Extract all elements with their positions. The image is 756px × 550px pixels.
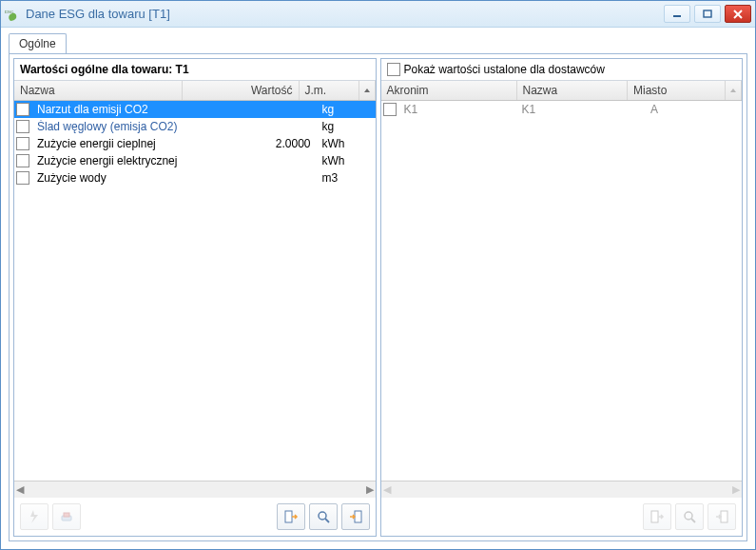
svg-rect-6	[64, 513, 69, 517]
svg-rect-7	[285, 511, 292, 522]
left-grid-body: Narzut dla emisji CO2 kg Ślad węglowy (e…	[14, 101, 376, 481]
lightning-button[interactable]	[20, 503, 48, 530]
close-button[interactable]	[725, 5, 751, 23]
minimize-button[interactable]	[664, 5, 690, 23]
erase-button[interactable]	[52, 503, 81, 530]
search-button-r[interactable]	[675, 503, 704, 530]
right-panel-header: Pokaż wartości ustalone dla dostawców	[381, 59, 743, 81]
cell-city: A	[645, 103, 742, 116]
show-supplier-values-label: Pokaż wartości ustalone dla dostawców	[404, 63, 605, 76]
cell-name: Narzut dla emisji CO2	[31, 103, 201, 116]
app-icon: ESG	[5, 7, 20, 22]
scroll-up-icon[interactable]	[726, 81, 742, 100]
import-button-r[interactable]	[643, 503, 671, 530]
svg-point-8	[319, 512, 326, 520]
app-window: ESG Dane ESG dla towaru [T1] Ogólne Wart…	[0, 0, 756, 550]
col-header-value[interactable]: Wartość	[183, 81, 300, 100]
cell-unit: m3	[317, 171, 376, 185]
cell-acronym: K1	[398, 103, 516, 116]
cell-name: Zużycie energii elektrycznej	[31, 154, 201, 167]
table-row[interactable]: Zużycie energii elektrycznej kWh	[14, 152, 376, 169]
scroll-up-icon[interactable]	[359, 81, 376, 100]
cell-unit: kWh	[317, 154, 376, 167]
svg-point-12	[685, 512, 692, 520]
col-header-acronym[interactable]: Akronim	[381, 81, 517, 100]
left-panel: Wartości ogólne dla towaru: T1 Nazwa War…	[13, 58, 377, 537]
scroll-left-icon[interactable]: ◀	[383, 484, 391, 495]
svg-line-9	[325, 519, 329, 522]
import-button[interactable]	[277, 503, 305, 530]
titlebar-buttons	[664, 5, 751, 23]
scroll-right-icon[interactable]: ▶	[366, 484, 374, 495]
cell-unit: kg	[317, 103, 376, 116]
scroll-right-icon[interactable]: ▶	[732, 484, 740, 495]
window-title: Dane ESG dla towaru [T1]	[24, 7, 664, 21]
scroll-left-icon[interactable]: ◀	[16, 484, 24, 495]
right-hscroll[interactable]: ◀ ▶	[381, 481, 743, 498]
checkbox[interactable]	[16, 171, 29, 185]
export-button-r[interactable]	[708, 503, 736, 530]
cell-value: 2.0000	[201, 137, 317, 150]
export-button[interactable]	[341, 503, 370, 530]
svg-rect-11	[651, 511, 658, 522]
titlebar: ESG Dane ESG dla towaru [T1]	[1, 1, 755, 28]
checkbox[interactable]	[383, 103, 397, 116]
left-grid-header: Nazwa Wartość J.m.	[14, 81, 376, 101]
table-row[interactable]: Zużycie energii cieplnej 2.0000 kWh	[14, 135, 376, 152]
table-row[interactable]: Ślad węglowy (emisja CO2) kg	[14, 118, 376, 135]
left-hscroll[interactable]: ◀ ▶	[14, 481, 376, 498]
cell-unit: kWh	[317, 137, 376, 150]
tab-strip: Ogólne	[1, 28, 755, 53]
cell-unit: kg	[317, 120, 376, 133]
cell-name: Ślad węglowy (emisja CO2)	[31, 120, 201, 133]
tab-general[interactable]: Ogólne	[9, 33, 67, 53]
left-toolbar	[14, 498, 376, 536]
col-header-unit[interactable]: J.m.	[300, 81, 359, 100]
cell-name: Zużycie energii cieplnej	[31, 137, 201, 150]
right-panel: Pokaż wartości ustalone dla dostawców Ak…	[380, 58, 744, 537]
right-toolbar	[381, 498, 743, 536]
table-row[interactable]: K1 K1 A	[381, 101, 743, 118]
svg-line-13	[691, 519, 695, 522]
cell-name: Zużycie wody	[31, 171, 201, 185]
col-header-name[interactable]: Nazwa	[14, 81, 183, 100]
maximize-button[interactable]	[694, 5, 721, 23]
svg-rect-2	[704, 10, 711, 17]
cell-name-r: K1	[516, 103, 646, 116]
content-area: Wartości ogólne dla towaru: T1 Nazwa War…	[9, 53, 747, 541]
col-header-city[interactable]: Miasto	[628, 81, 726, 100]
checkbox[interactable]	[16, 137, 29, 150]
left-panel-header: Wartości ogólne dla towaru: T1	[14, 59, 376, 81]
checkbox[interactable]	[16, 103, 29, 116]
checkbox[interactable]	[16, 120, 29, 133]
col-header-name-r[interactable]: Nazwa	[517, 81, 629, 100]
show-supplier-values-checkbox[interactable]	[387, 63, 400, 76]
search-button[interactable]	[309, 503, 338, 530]
right-grid-body: K1 K1 A	[381, 101, 743, 481]
right-grid-header: Akronim Nazwa Miasto	[381, 81, 743, 101]
table-row[interactable]: Narzut dla emisji CO2 kg	[14, 101, 376, 118]
checkbox[interactable]	[16, 154, 29, 167]
table-row[interactable]: Zużycie wody m3	[14, 169, 376, 187]
